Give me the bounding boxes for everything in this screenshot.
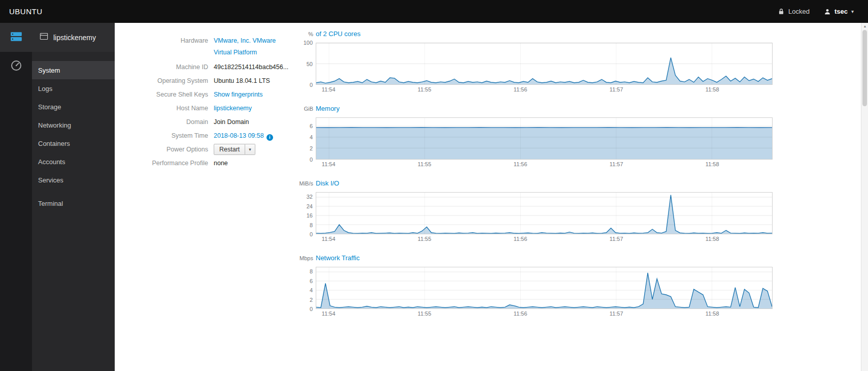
chart-svg	[316, 193, 772, 234]
memory-unit-label: GiB	[298, 106, 316, 112]
info-label: Performance Profile	[143, 158, 208, 169]
topbar-right: Locked tsec ▾	[778, 8, 868, 15]
x-tick-label: 11:56	[514, 236, 527, 242]
restart-button[interactable]: Restart	[214, 144, 245, 155]
y-tick-label: 8	[310, 222, 313, 228]
disk-io-unit-label: MiB/s	[298, 180, 316, 187]
topbar: UBUNTU Locked tsec ▾	[0, 0, 868, 23]
info-label: Hardware	[143, 35, 208, 47]
scrollbar[interactable]: ▲	[861, 23, 868, 371]
charts-panel: % of 2 CPU cores 100500 11:5411:5511:561…	[298, 30, 773, 329]
x-tick-label: 11:56	[514, 86, 527, 92]
host-header[interactable]: lipstickenemy	[32, 23, 115, 52]
y-tick-label: 8	[310, 268, 313, 274]
info-label: Operating System	[143, 75, 208, 87]
y-tick-label: 50	[307, 61, 313, 67]
join-domain-link[interactable]: Join Domain	[214, 116, 249, 128]
hardware-link[interactable]: Virtual Platform	[214, 47, 276, 58]
x-tick-label: 11:58	[706, 311, 719, 317]
servers-icon	[10, 30, 23, 45]
chart-svg	[316, 267, 772, 308]
restart-dropdown-button[interactable]: ▾	[245, 144, 255, 155]
y-tick-label: 24	[307, 203, 313, 209]
sidebar-item-accounts[interactable]: Accounts	[32, 152, 115, 171]
disk-io-chart: MiB/s Disk I/O 32241680 11:5411:5511:561…	[298, 179, 773, 243]
network-chart-link[interactable]: Network Traffic	[316, 254, 359, 262]
scrollbar-thumb[interactable]	[862, 30, 867, 106]
y-tick-label: 6	[310, 278, 313, 284]
user-name: tsec	[834, 8, 848, 15]
icon-strip	[0, 23, 32, 371]
memory-y-axis: 6420	[298, 117, 316, 160]
sidebar: lipstickenemy System Logs Storage Networ…	[32, 23, 115, 371]
x-tick-label: 11:54	[322, 236, 336, 242]
info-label: System Time	[143, 130, 208, 142]
gauge-icon	[10, 59, 22, 74]
lock-label: Locked	[788, 8, 810, 15]
x-tick-label: 11:57	[610, 311, 623, 317]
main-content: Hardware VMware, Inc. VMware Virtual Pla…	[115, 23, 861, 371]
lock-icon	[778, 8, 785, 15]
y-tick-label: 0	[310, 157, 313, 163]
network-plot-area	[316, 267, 773, 309]
machine-id-value: 49c1822514114bacb456...	[214, 61, 288, 73]
x-tick-label: 11:55	[418, 161, 431, 167]
info-label: Domain	[143, 116, 208, 128]
sidebar-item-storage[interactable]: Storage	[32, 98, 115, 116]
cpu-chart-link[interactable]: of 2 CPU cores	[316, 30, 360, 38]
disk-io-y-axis: 32241680	[298, 192, 316, 234]
memory-x-axis: 11:5411:5511:5611:5711:58	[316, 160, 773, 168]
y-tick-label: 6	[310, 123, 313, 129]
info-icon[interactable]: i	[266, 134, 273, 141]
disk-io-chart-link[interactable]: Disk I/O	[316, 179, 339, 187]
hardware-link[interactable]: VMware, Inc. VMware	[214, 35, 276, 47]
chart-svg	[316, 118, 772, 159]
y-tick-label: 0	[310, 306, 313, 312]
sidebar-item-networking[interactable]: Networking	[32, 116, 115, 134]
x-tick-label: 11:55	[418, 86, 431, 92]
y-tick-label: 4	[310, 134, 313, 140]
x-tick-label: 11:57	[610, 86, 623, 92]
x-tick-label: 11:57	[610, 236, 623, 242]
info-label: Power Options	[143, 144, 208, 156]
x-tick-label: 11:54	[322, 161, 336, 167]
memory-plot-area	[316, 117, 773, 160]
cpu-x-axis: 11:5411:5511:5611:5711:58	[316, 85, 773, 94]
host-name-link[interactable]: lipstickenemy	[214, 103, 252, 114]
chevron-down-icon: ▾	[851, 9, 854, 14]
cpu-y-axis: 100500	[298, 43, 316, 85]
x-tick-label: 11:54	[322, 86, 336, 92]
x-tick-label: 11:58	[706, 86, 719, 92]
x-tick-label: 11:54	[322, 311, 336, 317]
sidebar-item-logs[interactable]: Logs	[32, 79, 115, 98]
sidebar-item-terminal[interactable]: Terminal	[32, 194, 115, 212]
system-time-link[interactable]: 2018-08-13 09:58	[214, 130, 264, 142]
brand-title: UBUNTU	[0, 7, 43, 16]
disk-io-plot-area	[316, 192, 773, 234]
sidebar-item-system[interactable]: System	[32, 61, 115, 79]
scroll-up-arrow[interactable]: ▲	[861, 23, 868, 29]
sidebar-item-services[interactable]: Services	[32, 171, 115, 189]
disk-io-x-axis: 11:5411:5511:5611:5711:58	[316, 234, 773, 243]
user-menu[interactable]: tsec ▾	[824, 8, 854, 15]
show-fingerprints-link[interactable]: Show fingerprints	[214, 89, 263, 101]
sidebar-nav: System Logs Storage Networking Container…	[32, 52, 115, 212]
y-tick-label: 2	[310, 297, 313, 303]
server-icon	[39, 32, 49, 43]
memory-chart-link[interactable]: Memory	[316, 105, 340, 112]
y-tick-label: 32	[307, 194, 313, 200]
x-tick-label: 11:56	[514, 311, 527, 317]
network-y-axis: 86420	[298, 267, 316, 309]
chart-svg	[316, 43, 772, 84]
y-tick-label: 2	[310, 145, 313, 151]
sidebar-item-containers[interactable]: Containers	[32, 134, 115, 152]
cpu-plot-area	[316, 43, 773, 85]
dashboard-nav-button[interactable]	[0, 52, 32, 81]
os-value: Ubuntu 18.04.1 LTS	[214, 75, 270, 87]
lock-indicator[interactable]: Locked	[778, 8, 810, 15]
y-tick-label: 100	[304, 40, 313, 46]
network-unit-label: Mbps	[298, 255, 316, 261]
y-tick-label: 0	[310, 231, 313, 237]
machines-nav-button[interactable]	[0, 23, 32, 52]
network-x-axis: 11:5411:5511:5611:5711:58	[316, 309, 773, 318]
